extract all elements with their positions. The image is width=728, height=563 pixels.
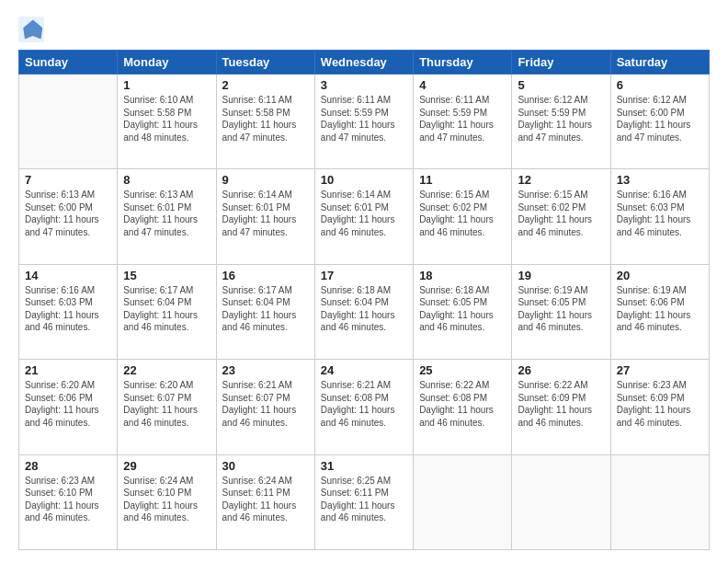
- day-info: Sunrise: 6:22 AM Sunset: 6:09 PM Dayligh…: [518, 379, 604, 429]
- day-info: Sunrise: 6:13 AM Sunset: 6:01 PM Dayligh…: [123, 189, 210, 238]
- day-number: 20: [617, 269, 703, 282]
- calendar-cell: 4Sunrise: 6:11 AM Sunset: 5:59 PM Daylig…: [414, 75, 512, 169]
- day-info: Sunrise: 6:12 AM Sunset: 6:00 PM Dayligh…: [617, 94, 703, 144]
- day-info: Sunrise: 6:17 AM Sunset: 6:04 PM Dayligh…: [123, 284, 210, 334]
- day-info: Sunrise: 6:24 AM Sunset: 6:10 PM Dayligh…: [123, 475, 210, 524]
- day-number: 2: [222, 78, 309, 92]
- day-number: 6: [617, 78, 703, 92]
- day-info: Sunrise: 6:21 AM Sunset: 6:08 PM Dayligh…: [321, 379, 407, 429]
- day-number: 25: [419, 363, 506, 377]
- day-number: 15: [123, 269, 210, 282]
- day-info: Sunrise: 6:11 AM Sunset: 5:59 PM Dayligh…: [321, 94, 407, 144]
- day-number: 16: [222, 269, 309, 282]
- calendar-cell: 22Sunrise: 6:20 AM Sunset: 6:07 PM Dayli…: [118, 360, 216, 454]
- calendar-cell: 5Sunrise: 6:12 AM Sunset: 5:59 PM Daylig…: [512, 75, 610, 169]
- calendar-cell: 12Sunrise: 6:15 AM Sunset: 6:02 PM Dayli…: [512, 169, 610, 264]
- calendar-header-cell: Friday: [512, 51, 610, 75]
- calendar-cell: 8Sunrise: 6:13 AM Sunset: 6:01 PM Daylig…: [118, 169, 216, 264]
- day-number: 1: [123, 78, 210, 92]
- calendar-week-row: 7Sunrise: 6:13 AM Sunset: 6:00 PM Daylig…: [19, 169, 710, 264]
- calendar-cell: 28Sunrise: 6:23 AM Sunset: 6:10 PM Dayli…: [19, 454, 118, 549]
- day-number: 28: [25, 459, 111, 473]
- header: [18, 17, 710, 42]
- calendar-cell: [512, 454, 610, 549]
- day-number: 26: [518, 363, 604, 377]
- day-number: 30: [222, 459, 309, 473]
- day-number: 27: [617, 363, 703, 377]
- day-number: 12: [518, 173, 604, 187]
- calendar-header-cell: Thursday: [414, 51, 512, 75]
- day-info: Sunrise: 6:17 AM Sunset: 6:04 PM Dayligh…: [222, 284, 309, 334]
- calendar-table: SundayMondayTuesdayWednesdayThursdayFrid…: [18, 50, 710, 550]
- day-info: Sunrise: 6:18 AM Sunset: 6:04 PM Dayligh…: [321, 284, 407, 334]
- day-info: Sunrise: 6:25 AM Sunset: 6:11 PM Dayligh…: [321, 475, 407, 524]
- calendar-cell: [414, 454, 512, 549]
- page: SundayMondayTuesdayWednesdayThursdayFrid…: [0, 0, 728, 563]
- calendar-cell: 29Sunrise: 6:24 AM Sunset: 6:10 PM Dayli…: [118, 454, 216, 549]
- calendar-cell: 14Sunrise: 6:16 AM Sunset: 6:03 PM Dayli…: [19, 264, 118, 359]
- calendar-cell: [610, 454, 709, 549]
- calendar-cell: 31Sunrise: 6:25 AM Sunset: 6:11 PM Dayli…: [314, 454, 413, 549]
- calendar-cell: [19, 75, 118, 169]
- calendar-cell: 24Sunrise: 6:21 AM Sunset: 6:08 PM Dayli…: [314, 360, 413, 454]
- day-number: 9: [222, 173, 309, 187]
- calendar-cell: 20Sunrise: 6:19 AM Sunset: 6:06 PM Dayli…: [610, 264, 709, 359]
- day-number: 18: [419, 269, 506, 282]
- day-info: Sunrise: 6:20 AM Sunset: 6:06 PM Dayligh…: [25, 379, 111, 429]
- calendar-week-row: 28Sunrise: 6:23 AM Sunset: 6:10 PM Dayli…: [19, 454, 710, 549]
- calendar-cell: 13Sunrise: 6:16 AM Sunset: 6:03 PM Dayli…: [610, 169, 709, 264]
- calendar-header-cell: Monday: [118, 51, 216, 75]
- calendar-header-cell: Wednesday: [314, 51, 413, 75]
- calendar-cell: 10Sunrise: 6:14 AM Sunset: 6:01 PM Dayli…: [314, 169, 413, 264]
- day-info: Sunrise: 6:23 AM Sunset: 6:10 PM Dayligh…: [25, 475, 111, 524]
- day-number: 11: [419, 173, 506, 187]
- calendar-cell: 27Sunrise: 6:23 AM Sunset: 6:09 PM Dayli…: [610, 360, 709, 454]
- day-number: 21: [25, 363, 111, 377]
- day-number: 5: [518, 78, 604, 92]
- day-number: 19: [518, 269, 604, 282]
- day-info: Sunrise: 6:15 AM Sunset: 6:02 PM Dayligh…: [419, 189, 506, 238]
- calendar-cell: 7Sunrise: 6:13 AM Sunset: 6:00 PM Daylig…: [19, 169, 118, 264]
- calendar-cell: 17Sunrise: 6:18 AM Sunset: 6:04 PM Dayli…: [314, 264, 413, 359]
- calendar-cell: 15Sunrise: 6:17 AM Sunset: 6:04 PM Dayli…: [118, 264, 216, 359]
- day-number: 10: [321, 173, 407, 187]
- day-info: Sunrise: 6:14 AM Sunset: 6:01 PM Dayligh…: [321, 189, 407, 238]
- calendar-cell: 18Sunrise: 6:18 AM Sunset: 6:05 PM Dayli…: [414, 264, 512, 359]
- day-number: 31: [321, 459, 407, 473]
- day-info: Sunrise: 6:19 AM Sunset: 6:06 PM Dayligh…: [617, 284, 703, 334]
- day-number: 3: [321, 78, 407, 92]
- day-info: Sunrise: 6:22 AM Sunset: 6:08 PM Dayligh…: [419, 379, 506, 429]
- calendar-cell: 9Sunrise: 6:14 AM Sunset: 6:01 PM Daylig…: [216, 169, 314, 264]
- calendar-cell: 30Sunrise: 6:24 AM Sunset: 6:11 PM Dayli…: [216, 454, 314, 549]
- day-info: Sunrise: 6:11 AM Sunset: 5:59 PM Dayligh…: [419, 94, 506, 144]
- calendar-cell: 6Sunrise: 6:12 AM Sunset: 6:00 PM Daylig…: [610, 75, 709, 169]
- day-info: Sunrise: 6:12 AM Sunset: 5:59 PM Dayligh…: [518, 94, 604, 144]
- day-info: Sunrise: 6:24 AM Sunset: 6:11 PM Dayligh…: [222, 475, 309, 524]
- day-number: 24: [321, 363, 407, 377]
- day-info: Sunrise: 6:19 AM Sunset: 6:05 PM Dayligh…: [518, 284, 604, 334]
- day-info: Sunrise: 6:13 AM Sunset: 6:00 PM Dayligh…: [25, 189, 111, 238]
- day-number: 17: [321, 269, 407, 282]
- calendar-header-cell: Tuesday: [216, 51, 314, 75]
- calendar-cell: 1Sunrise: 6:10 AM Sunset: 5:58 PM Daylig…: [118, 75, 216, 169]
- calendar-cell: 25Sunrise: 6:22 AM Sunset: 6:08 PM Dayli…: [414, 360, 512, 454]
- calendar-week-row: 21Sunrise: 6:20 AM Sunset: 6:06 PM Dayli…: [19, 360, 710, 454]
- day-info: Sunrise: 6:23 AM Sunset: 6:09 PM Dayligh…: [617, 379, 703, 429]
- day-number: 14: [25, 269, 111, 282]
- day-number: 22: [123, 363, 210, 377]
- day-info: Sunrise: 6:20 AM Sunset: 6:07 PM Dayligh…: [123, 379, 210, 429]
- day-number: 7: [25, 173, 111, 187]
- calendar-cell: 21Sunrise: 6:20 AM Sunset: 6:06 PM Dayli…: [19, 360, 118, 454]
- day-info: Sunrise: 6:16 AM Sunset: 6:03 PM Dayligh…: [617, 189, 703, 238]
- day-number: 4: [419, 78, 506, 92]
- logo-icon: [18, 17, 44, 42]
- day-number: 8: [123, 173, 210, 187]
- day-number: 29: [123, 459, 210, 473]
- day-info: Sunrise: 6:18 AM Sunset: 6:05 PM Dayligh…: [419, 284, 506, 334]
- calendar-week-row: 14Sunrise: 6:16 AM Sunset: 6:03 PM Dayli…: [19, 264, 710, 359]
- day-info: Sunrise: 6:21 AM Sunset: 6:07 PM Dayligh…: [222, 379, 309, 429]
- day-info: Sunrise: 6:11 AM Sunset: 5:58 PM Dayligh…: [222, 94, 309, 144]
- calendar-cell: 16Sunrise: 6:17 AM Sunset: 6:04 PM Dayli…: [216, 264, 314, 359]
- day-number: 23: [222, 363, 309, 377]
- calendar-cell: 11Sunrise: 6:15 AM Sunset: 6:02 PM Dayli…: [414, 169, 512, 264]
